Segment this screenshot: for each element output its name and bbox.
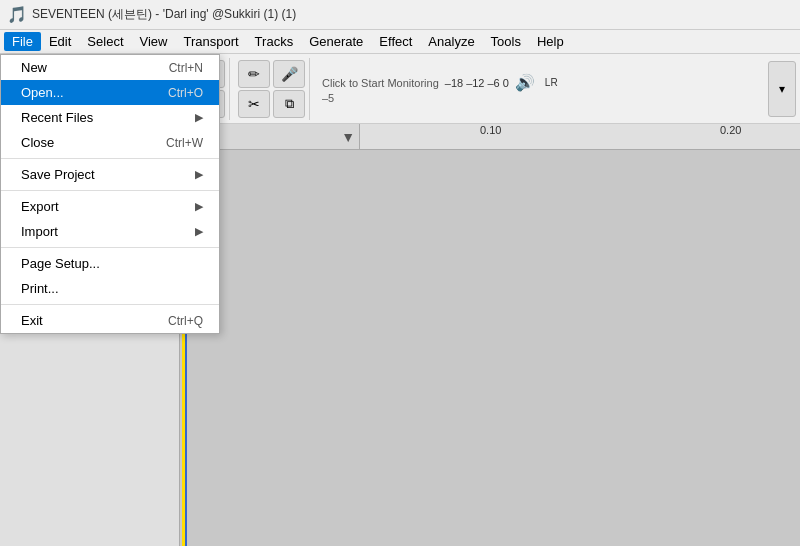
- menu-page-setup[interactable]: Page Setup...: [1, 251, 219, 276]
- pencil-tool-button[interactable]: ✏: [238, 60, 270, 88]
- menu-recent-files[interactable]: Recent Files ▶: [1, 105, 219, 130]
- menu-import[interactable]: Import ▶: [1, 219, 219, 244]
- separator-3: [1, 247, 219, 248]
- menu-print[interactable]: Print...: [1, 276, 219, 301]
- menu-file[interactable]: File: [4, 32, 41, 51]
- file-dropdown: New Ctrl+N Open... Ctrl+O Recent Files ▶…: [0, 54, 220, 334]
- separator-4: [1, 304, 219, 305]
- menu-analyze[interactable]: Analyze: [420, 32, 482, 51]
- ruler-mark-010: 0.10: [480, 124, 501, 136]
- tool-section-2: ✏ 🎤 ✂ ⧉: [234, 58, 310, 120]
- menu-view[interactable]: View: [132, 32, 176, 51]
- monitor-label: Click to Start Monitoring: [322, 77, 439, 89]
- menu-edit[interactable]: Edit: [41, 32, 79, 51]
- menu-select[interactable]: Select: [79, 32, 131, 51]
- separator-1: [1, 158, 219, 159]
- menu-transport[interactable]: Transport: [175, 32, 246, 51]
- menu-save-project[interactable]: Save Project ▶: [1, 162, 219, 187]
- menu-export[interactable]: Export ▶: [1, 194, 219, 219]
- menu-bar: File Edit Select View Transport Tracks G…: [0, 30, 800, 54]
- menu-effect[interactable]: Effect: [371, 32, 420, 51]
- menu-exit[interactable]: Exit Ctrl+Q: [1, 308, 219, 333]
- track-waveform-area: [180, 150, 800, 546]
- lr-indicator: L R: [545, 77, 558, 88]
- menu-tools[interactable]: Tools: [483, 32, 529, 51]
- menu-open[interactable]: Open... Ctrl+O: [1, 80, 219, 105]
- menu-generate[interactable]: Generate: [301, 32, 371, 51]
- menu-help[interactable]: Help: [529, 32, 572, 51]
- app-icon: 🎵: [8, 6, 26, 24]
- menu-tracks[interactable]: Tracks: [247, 32, 302, 51]
- separator-2: [1, 190, 219, 191]
- monitor-section: Click to Start Monitoring –18 –12 –6 0 🔊…: [314, 73, 760, 104]
- ruler-area: 0.10 0.20: [360, 124, 800, 149]
- title-bar: 🎵 SEVENTEEN (세븐틴) - 'Darl ing' @Sukkiri …: [0, 0, 800, 30]
- menu-close[interactable]: Close Ctrl+W: [1, 130, 219, 155]
- ruler-mark-020: 0.20: [720, 124, 741, 136]
- side-panel-button[interactable]: ▾: [768, 61, 796, 117]
- title-text: SEVENTEEN (세븐틴) - 'Darl ing' @Sukkiri (1…: [32, 6, 296, 23]
- copy-button[interactable]: ⧉: [273, 90, 305, 118]
- scissors-button[interactable]: ✂: [238, 90, 270, 118]
- menu-new[interactable]: New Ctrl+N: [1, 55, 219, 80]
- mic-button[interactable]: 🎤: [273, 60, 305, 88]
- dropdown-arrow-icon[interactable]: ▼: [341, 129, 355, 145]
- volume-icon[interactable]: 🔊: [515, 73, 535, 92]
